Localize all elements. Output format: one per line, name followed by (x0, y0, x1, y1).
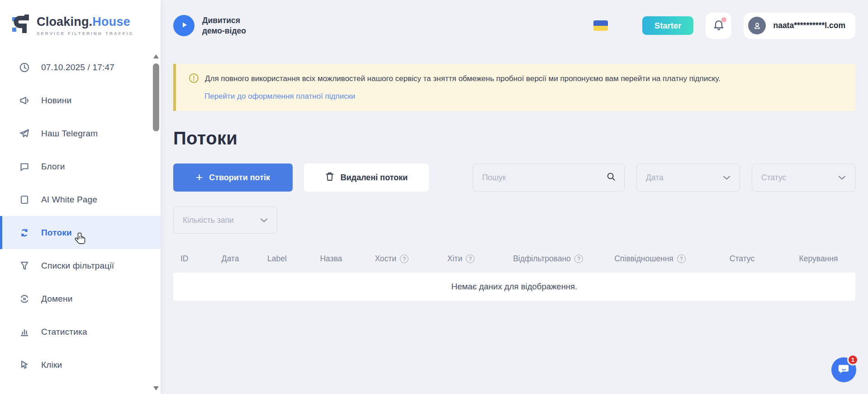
chat-unread-badge: 1 (847, 354, 859, 365)
cursor-icon (19, 359, 30, 371)
play-icon (180, 20, 189, 31)
scrollbar-down-arrow[interactable] (153, 386, 159, 390)
sidebar-item-datetime[interactable]: 07.10.2025 / 17:47 (0, 51, 161, 84)
sidebar-item-label: Домени (41, 294, 73, 304)
notifications-button[interactable] (706, 13, 731, 39)
domain-icon (19, 293, 30, 305)
plus-icon: + (196, 171, 203, 183)
bar-chart-icon (19, 326, 30, 338)
topbar-right: Starter naata**********l.com (593, 13, 855, 39)
sidebar-item-label: Потоки (41, 228, 72, 238)
column-header-manage: Керування (782, 254, 855, 264)
column-header-hits: Хіти (423, 254, 498, 264)
logo-subtitle: SERVICE FILTERING TRAFFIC (37, 31, 133, 36)
clock-icon (19, 62, 30, 73)
search-input[interactable] (482, 173, 606, 183)
sidebar: Cloaking.House SERVICE FILTERING TRAFFIC… (0, 0, 161, 394)
sync-icon (19, 227, 30, 239)
empty-state-text: Немає даних для відображення. (451, 282, 577, 292)
help-icon[interactable] (400, 255, 408, 263)
sidebar-item-label: Блоги (41, 162, 65, 172)
column-header-hosts: Хости (360, 254, 423, 264)
status-filter-label: Статус (761, 173, 786, 183)
funnel-icon (19, 260, 30, 272)
controls-row-2: Кількість запи (173, 207, 855, 234)
language-flag-ukraine[interactable] (593, 20, 608, 31)
column-header-label: Label (252, 254, 302, 264)
logo-icon (11, 13, 31, 38)
demo-video-label[interactable]: Дивитися демо-відео (202, 15, 262, 36)
sidebar-item-label: Наш Telegram (41, 129, 98, 139)
sidebar-item-label: Статистика (41, 327, 87, 337)
date-filter[interactable]: Дата (636, 163, 740, 192)
sidebar-item-flows[interactable]: Потоки (0, 216, 161, 249)
sidebar-item-clicks[interactable]: Кліки (0, 348, 161, 381)
column-header-id: ID (173, 254, 209, 264)
help-icon[interactable] (574, 255, 583, 263)
app-root: Cloaking.House SERVICE FILTERING TRAFFIC… (0, 0, 868, 394)
scrollbar-thumb[interactable] (153, 63, 159, 131)
user-email: naata**********l.com (773, 21, 845, 30)
column-header-ratio: Співвідношення (598, 254, 702, 264)
warning-icon (189, 73, 199, 85)
create-flow-button[interactable]: + Створити потік (173, 163, 293, 192)
search-box (473, 163, 625, 192)
trash-icon (325, 172, 334, 184)
chat-widget-button[interactable]: 1 (831, 357, 856, 382)
topbar: Дивитися демо-відео Starter (173, 0, 855, 51)
scrollbar-up-arrow[interactable] (153, 54, 159, 58)
megaphone-icon (19, 95, 30, 106)
date-filter-label: Дата (646, 173, 664, 183)
column-header-date: Дата (209, 254, 252, 264)
sidebar-nav: 07.10.2025 / 17:47 Новини Наш Telegram Б… (0, 51, 161, 381)
trial-warning-banner: Для повного використання всіх можливосте… (173, 64, 855, 111)
logo-title: Cloaking.House (37, 15, 133, 29)
plan-badge[interactable]: Starter (642, 16, 694, 35)
deleted-flows-button[interactable]: Видалені потоки (304, 163, 429, 192)
flag-blue-stripe (593, 20, 608, 26)
subscribe-link[interactable]: Перейти до оформлення платної підписки (204, 92, 356, 101)
sidebar-item-label: Кліки (41, 360, 62, 370)
sidebar-item-ai-white-page[interactable]: AI White Page (0, 183, 161, 216)
sidebar-item-label: Новини (41, 96, 71, 106)
logo-title-blue: House (92, 15, 130, 29)
records-count-label: Кількість запи (183, 216, 234, 225)
deleted-flows-label: Видалені потоки (341, 173, 408, 183)
create-flow-label: Створити потік (209, 173, 270, 183)
sidebar-item-telegram[interactable]: Наш Telegram (0, 117, 161, 150)
chat-bubble-icon (837, 362, 851, 378)
sidebar-item-label: Списки фільтрації (41, 261, 114, 271)
controls-row: + Створити потік Видалені потоки Дата (173, 163, 855, 192)
sidebar-item-blogs[interactable]: Блоги (0, 150, 161, 183)
banner-row: Для повного використання всіх можливосте… (189, 73, 842, 85)
search-icon[interactable] (606, 172, 616, 183)
column-header-filtered: Відфільтровано (498, 254, 598, 264)
banner-text: Для повного використання всіх можливосте… (205, 73, 721, 85)
sidebar-item-filter-lists[interactable]: Списки фільтрації (0, 249, 161, 282)
sidebar-item-news[interactable]: Новини (0, 84, 161, 117)
logo-title-dark: Cloaking. (37, 15, 92, 29)
table-header: ID Дата Label Назва Хости Хіти Відфільтр… (173, 254, 855, 264)
sidebar-item-label: AI White Page (41, 195, 97, 205)
logo[interactable]: Cloaking.House SERVICE FILTERING TRAFFIC (0, 0, 161, 51)
chat-icon (19, 161, 30, 173)
notification-dot (721, 17, 726, 22)
chevron-down-icon (838, 173, 846, 183)
main-content: Дивитися демо-відео Starter (161, 0, 868, 394)
table-empty-row: Немає даних для відображення. (173, 273, 855, 301)
flag-yellow-stripe (593, 26, 608, 31)
telegram-icon (19, 128, 30, 139)
column-header-status: Статус (702, 254, 782, 264)
chevron-down-icon (723, 173, 730, 183)
page-title: Потоки (173, 128, 855, 149)
help-icon[interactable] (677, 255, 686, 263)
status-filter[interactable]: Статус (752, 163, 855, 192)
sidebar-item-domains[interactable]: Домени (0, 282, 161, 315)
records-count-filter[interactable]: Кількість запи (173, 207, 277, 234)
column-header-name: Назва (302, 254, 360, 264)
sidebar-scrollbar[interactable] (153, 53, 159, 392)
help-icon[interactable] (466, 255, 474, 263)
sidebar-item-statistics[interactable]: Статистика (0, 315, 161, 348)
play-demo-button[interactable] (173, 15, 194, 36)
user-menu[interactable]: naata**********l.com (744, 13, 855, 39)
